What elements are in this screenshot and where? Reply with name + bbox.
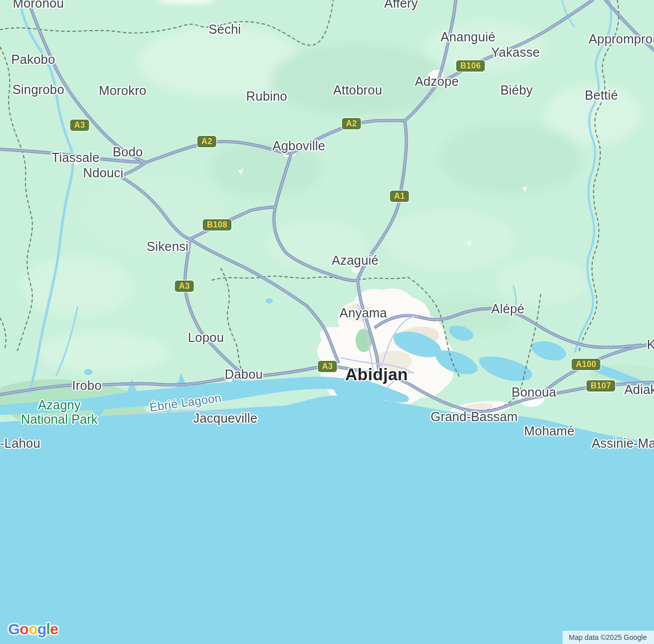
google-logo-letter: e: [50, 620, 58, 637]
google-logo-letter: g: [37, 620, 46, 637]
ocean: [0, 396, 654, 644]
map-canvas[interactable]: MoronouSéchiAfferyPakoboAnanguiéYakasseA…: [0, 0, 654, 644]
google-logo-letter: o: [29, 620, 37, 637]
google-logo-letter: l: [46, 620, 50, 637]
basemap: [0, 0, 654, 644]
google-logo-letter: o: [19, 620, 28, 637]
google-logo-letter: G: [8, 620, 19, 637]
map-attribution: Map data ©2025 Google: [563, 631, 654, 644]
google-logo[interactable]: Google: [8, 620, 58, 638]
